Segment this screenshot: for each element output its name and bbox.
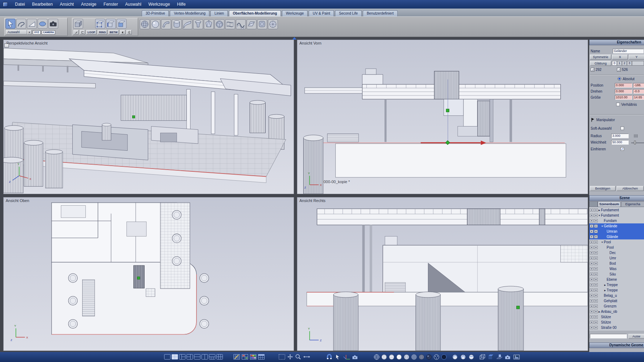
- visibility-icon[interactable]: [590, 235, 593, 238]
- render-icon[interactable]: [594, 246, 598, 249]
- display-flat-icon[interactable]: [389, 355, 394, 360]
- select-cursor-icon[interactable]: [336, 355, 339, 360]
- camera-select-icon[interactable]: [48, 19, 58, 29]
- tree-item[interactable]: ▶Treppe: [589, 282, 644, 288]
- table-panel-icon[interactable]: [258, 355, 265, 360]
- render-camera-icon[interactable]: [505, 355, 510, 360]
- gem-tool-icon[interactable]: [204, 20, 214, 29]
- tree-item[interactable]: Säu: [589, 272, 644, 277]
- visibility-icon[interactable]: [590, 219, 593, 222]
- visibility-icon[interactable]: [590, 283, 593, 286]
- render-icon[interactable]: [594, 326, 598, 329]
- flat-normals-icon[interactable]: [469, 355, 474, 360]
- render-icon[interactable]: [594, 278, 598, 281]
- snap-magnet-icon[interactable]: [327, 355, 332, 359]
- object-mode-icon[interactable]: [73, 19, 83, 29]
- absolute-radio[interactable]: [618, 77, 621, 81]
- rotation-y-field[interactable]: -0.0: [633, 89, 644, 94]
- size-y-field[interactable]: 14.65: [633, 95, 644, 100]
- expand-arrow-icon[interactable]: ▶: [598, 209, 601, 211]
- tree-item[interactable]: Ebene: [589, 277, 644, 282]
- expand-arrow-icon[interactable]: ▼: [601, 225, 604, 227]
- expand-arrow-icon[interactable]: ▶: [598, 310, 601, 313]
- xyz-button[interactable]: XYZ: [33, 30, 41, 35]
- display-transparent-icon[interactable]: [412, 355, 417, 360]
- render-icon[interactable]: [594, 230, 598, 233]
- tab-uv-paint[interactable]: UV & Paint: [309, 10, 334, 16]
- select-arrow-icon[interactable]: [6, 19, 15, 29]
- visibility-icon[interactable]: [590, 278, 593, 281]
- fit-width-icon[interactable]: [303, 356, 310, 358]
- render-icon[interactable]: [594, 283, 598, 286]
- menu-anzeige[interactable]: Anzeige: [81, 2, 96, 7]
- angle-normals-icon[interactable]: [461, 355, 466, 360]
- select-through-icon[interactable]: [80, 30, 85, 35]
- curved-sheet-tool-icon[interactable]: [183, 20, 192, 29]
- display-smooth-icon[interactable]: [397, 355, 402, 360]
- menu-bearbeiten[interactable]: Bearbeiten: [32, 2, 53, 7]
- selection-mode-dropdown[interactable]: Auswahl ▼: [6, 30, 32, 35]
- render-icon[interactable]: [594, 294, 598, 297]
- visibility-icon[interactable]: [590, 224, 593, 228]
- display-shaded-wire-icon[interactable]: [404, 355, 409, 360]
- smoothing-level-2[interactable]: 2: [622, 61, 627, 66]
- face-mode-icon[interactable]: [117, 19, 126, 29]
- wave-surface-tool-icon[interactable]: [236, 20, 246, 30]
- tree-item[interactable]: Grenzm: [589, 304, 644, 309]
- bend-surface-tool-icon[interactable]: [161, 20, 171, 29]
- soft-selection-checkbox[interactable]: [621, 126, 624, 130]
- tree-item-selected[interactable]: ▼Gelände: [589, 223, 644, 229]
- uv-grid-icon[interactable]: [242, 355, 248, 360]
- transform-axes-icon[interactable]: [344, 355, 350, 359]
- softness-slider-track[interactable]: [631, 143, 644, 143]
- tree-item[interactable]: Dec: [589, 250, 644, 255]
- tab-szenenbaum[interactable]: Szenenbaum: [598, 201, 621, 207]
- tab-linien[interactable]: Linien: [210, 10, 228, 16]
- render-icon[interactable]: [594, 257, 598, 260]
- layout-one-three-icon[interactable]: [209, 355, 215, 360]
- coons-patch-tool-icon[interactable]: [247, 20, 256, 29]
- tree-item[interactable]: ▼Fundament: [589, 213, 644, 218]
- tree-item[interactable]: Stütze: [589, 314, 644, 320]
- render-icon[interactable]: [594, 310, 598, 313]
- render-icon[interactable]: [594, 273, 598, 276]
- symmetry-x-button[interactable]: X: [612, 55, 628, 60]
- visibility-icon[interactable]: [590, 310, 593, 313]
- wedge-select-icon[interactable]: [27, 19, 37, 29]
- tree-item[interactable]: Bod: [589, 261, 644, 266]
- confirm-button[interactable]: Bestätigen: [590, 186, 616, 191]
- loop-button[interactable]: LOOP: [86, 30, 96, 35]
- display-points-icon[interactable]: [434, 355, 439, 360]
- tree-item[interactable]: Pool: [589, 245, 644, 250]
- visibility-icon[interactable]: [590, 214, 593, 217]
- menu-fenster[interactable]: Fenster: [104, 2, 118, 7]
- visibility-icon[interactable]: [590, 273, 593, 276]
- display-hiddenline-icon[interactable]: [382, 355, 387, 360]
- tree-item[interactable]: Was: [589, 266, 644, 272]
- softness-slider-knob[interactable]: [634, 141, 636, 144]
- chevron-down-icon[interactable]: ▼: [27, 30, 32, 35]
- menu-datei[interactable]: Datei: [15, 2, 25, 7]
- vertex-mode-icon[interactable]: [95, 19, 105, 29]
- viewport-perspective[interactable]: X Y Z Perspektivische Ansicht: [3, 40, 294, 194]
- tree-item[interactable]: Stütze: [589, 320, 644, 325]
- smoothing-button[interactable]: Glättung: [590, 61, 611, 66]
- layout-single-icon[interactable]: [164, 355, 171, 360]
- visibility-icon[interactable]: [590, 246, 593, 249]
- tab-werkzeuge[interactable]: Werkzeuge: [282, 10, 308, 16]
- tree-item[interactable]: ▶Fundament: [589, 207, 644, 213]
- viewport-right[interactable]: Y Z Ansicht Rechts: [297, 197, 588, 351]
- position-y-field[interactable]: -188.: [633, 83, 644, 88]
- scene-filter-input[interactable]: [590, 334, 627, 338]
- visibility-icon[interactable]: [590, 208, 593, 212]
- snapshot-icon[interactable]: [514, 355, 519, 359]
- menu-werkzeuge[interactable]: Werkzeuge: [148, 2, 170, 7]
- viewport-canvas-top[interactable]: X Y Z: [4, 197, 294, 351]
- position-x-field[interactable]: 0.000: [615, 83, 632, 88]
- ratio-checkbox[interactable]: [616, 103, 620, 106]
- symmetry-y-button[interactable]: Y: [629, 55, 644, 60]
- render-icon[interactable]: [594, 235, 598, 238]
- tree-item-selected[interactable]: Glände: [589, 234, 644, 239]
- faceted-sphere-tool-icon[interactable]: [215, 20, 224, 29]
- selected-vertex-handle[interactable]: [137, 277, 140, 279]
